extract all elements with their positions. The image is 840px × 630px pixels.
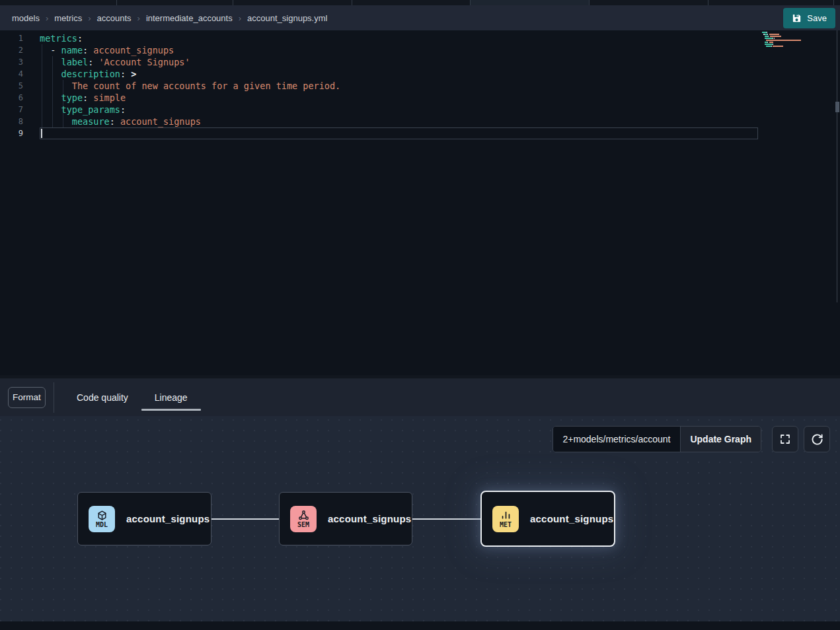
lineage-node-sem[interactable]: SEMaccount_signups [279,492,412,545]
line-number: 9 [0,127,29,139]
panel-header-divider [54,382,54,413]
line-content: label: 'Account Signups' [40,56,190,68]
top-tab-5[interactable] [471,0,590,5]
node-badge-label: MET [500,522,512,528]
breadcrumb: models›metrics›accounts›intermediate_acc… [12,13,327,23]
breadcrumb-separator: › [46,13,48,23]
top-tab-strip [0,0,840,5]
bottom-strip [0,621,840,630]
tab-label: Code quality [77,392,128,403]
code-line-1[interactable]: 1metrics: [0,32,340,44]
node-label: account_signups [126,513,210,524]
line-number: 5 [0,80,29,92]
editor-scrollbar-thumb[interactable] [835,102,839,112]
code-line-6[interactable]: 6 type: simple [0,92,340,104]
node-badge-sem: SEM [290,506,317,532]
line-number: 4 [0,68,29,80]
line-content: measure: account_signups [40,116,201,127]
breadcrumb-bar: models›metrics›accounts›intermediate_acc… [0,5,840,30]
format-button[interactable]: Format [8,387,46,408]
line-content: type_params: [40,104,126,116]
line-number: 7 [0,104,29,116]
minimap-line [762,42,804,43]
top-tab-3[interactable] [233,0,352,5]
panel-header: Format Code qualityLineage [0,378,840,416]
fullscreen-icon [779,433,791,445]
breadcrumb-item-models: models [12,13,40,23]
refresh-icon [811,433,823,446]
code-line-4[interactable]: 4 description: > [0,68,340,80]
refresh-button[interactable] [804,426,830,452]
top-tab-2[interactable] [117,0,233,5]
line-content: description: > [40,68,136,80]
breadcrumb-item-intermediate-accounts: intermediate_accounts [146,13,233,23]
line-number: 1 [0,32,29,44]
breadcrumb-separator: › [239,13,241,23]
code-line-2[interactable]: 2 - name: account_signups [0,44,340,56]
editor-scrollbar-track [837,30,837,302]
lineage-canvas[interactable]: Update Graph MDLaccount_signupsSEMaccoun… [0,416,840,621]
tab-code-quality[interactable]: Code quality [63,378,141,416]
code-line-3[interactable]: 3 label: 'Account Signups' [0,56,340,68]
node-badge-mdl: MDL [89,506,115,532]
code-lines: 1metrics:2 - name: account_signups3 labe… [0,32,340,139]
update-graph-button[interactable]: Update Graph [680,427,761,452]
breadcrumb-separator: › [137,13,140,23]
breadcrumb-item-accounts: accounts [97,13,132,23]
top-tab-4[interactable] [352,0,471,5]
minimap-line [762,32,804,33]
node-badge-label: SEM [297,522,309,528]
node-badge-label: MDL [96,522,108,528]
semantic-graph-icon [298,510,309,521]
code-line-9[interactable]: 9 [0,127,340,139]
minimap-line [762,44,804,45]
panel-tabs: Code qualityLineage [63,378,201,416]
top-tab-7[interactable] [708,0,834,5]
lineage-edge [412,518,481,520]
breadcrumb-separator: › [88,13,91,23]
lineage-selector-group: Update Graph [553,426,761,452]
minimap-line [762,40,804,41]
active-tab-underline [141,409,201,411]
line-content: type: simple [40,92,126,104]
code-line-7[interactable]: 7 type_params: [0,104,340,116]
minimap-line [762,36,804,37]
lineage-node-met[interactable]: METaccount_signups [480,491,615,547]
cube-icon [96,510,108,521]
text-cursor [41,129,42,138]
save-button-label: Save [807,13,827,23]
breadcrumb-item-metrics: metrics [54,13,82,23]
selector-input[interactable] [553,427,680,452]
top-tab-1[interactable] [0,0,117,5]
tab-lineage[interactable]: Lineage [141,378,201,416]
save-icon [792,13,802,23]
line-number: 8 [0,116,29,127]
ide-window: models›metrics›accounts›intermediate_acc… [0,0,840,630]
minimap-line [762,34,804,35]
save-button[interactable]: Save [783,8,835,28]
code-line-5[interactable]: 5 The count of new accounts for a given … [0,80,340,92]
lineage-node-mdl[interactable]: MDLaccount_signups [77,492,211,545]
breadcrumb-item-account-signups-yml: account_signups.yml [247,13,327,23]
code-editor[interactable]: 1metrics:2 - name: account_signups3 labe… [0,30,840,375]
top-tab-strip-filler [834,0,840,5]
minimap-line [762,38,804,39]
node-label: account_signups [530,513,613,524]
fullscreen-button[interactable] [772,426,798,452]
current-line-highlight [40,127,758,139]
node-label: account_signups [328,513,411,524]
line-content: - name: account_signups [40,44,174,56]
node-badge-met: MET [492,506,519,532]
line-content: metrics: [40,32,83,44]
tab-label: Lineage [155,392,188,403]
lineage-edge [211,518,280,520]
minimap[interactable] [762,32,804,50]
line-number: 3 [0,56,29,68]
code-line-8[interactable]: 8 measure: account_signups [0,116,340,127]
line-number: 2 [0,44,29,56]
line-number: 6 [0,92,29,104]
minimap-line [762,48,804,49]
top-tab-6[interactable] [590,0,708,5]
line-content: The count of new accounts for a given ti… [40,80,340,92]
minimap-line [762,46,804,47]
